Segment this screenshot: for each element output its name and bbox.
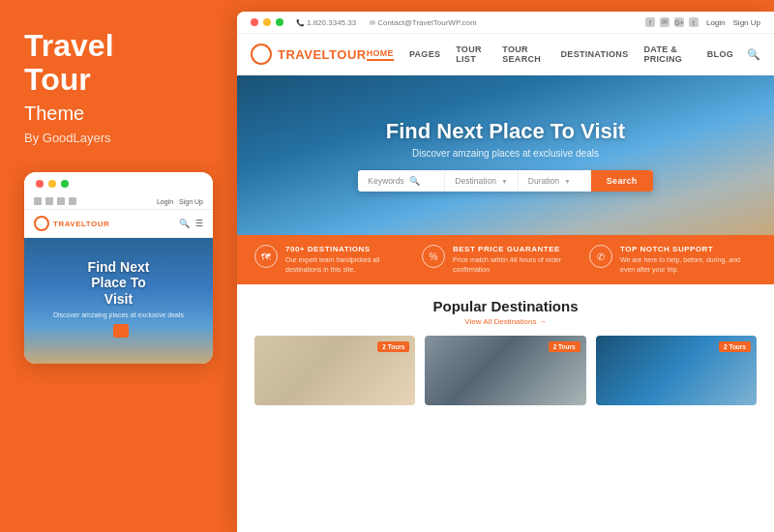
feature-price: % BEST PRICE GUARANTEE Price match withi… bbox=[422, 245, 589, 275]
mobile-search-button[interactable] bbox=[113, 324, 129, 338]
nav-date-pricing[interactable]: DATE & PRICING bbox=[643, 44, 691, 64]
mobile-hero-subtitle: Discover amzaing places at exclusive dea… bbox=[53, 311, 184, 318]
mail-desktop-icon[interactable]: ✉ bbox=[660, 17, 670, 27]
tw-desktop-icon[interactable]: t bbox=[689, 17, 699, 27]
mobile-nav: TRAVELTOUR 🔍 ☰ bbox=[24, 210, 213, 238]
dest-card-1[interactable]: 2 Tours bbox=[254, 336, 415, 405]
feature-destinations-title: 700+ DESTINATIONS bbox=[285, 245, 412, 253]
mobile-hero: Find Next Place To Visit Discover amzain… bbox=[24, 238, 213, 364]
popular-cards: 2 Tours 2 Tours 2 Tours bbox=[254, 336, 757, 405]
search-button[interactable]: Search bbox=[591, 170, 653, 192]
nav-home[interactable]: HOME bbox=[367, 48, 394, 61]
desktop-nav-links: HOME PAGES TOUR LIST TOUR SEARCH DESTINA… bbox=[367, 44, 733, 64]
mail-icon bbox=[45, 197, 53, 205]
browser-dot-yellow bbox=[263, 18, 271, 26]
mobile-signup-link[interactable]: Sign Up bbox=[179, 198, 203, 205]
app-subtitle: Theme bbox=[24, 103, 213, 125]
destination-placeholder: Destination bbox=[455, 176, 496, 186]
mobile-hero-title: Find Next Place To Visit bbox=[88, 259, 150, 308]
features-bar: 🗺 700+ DESTINATIONS Our expert team hand… bbox=[237, 235, 774, 284]
feature-price-title: BEST PRICE GUARANTEE bbox=[453, 245, 580, 253]
keywords-search-icon: 🔍 bbox=[409, 176, 420, 186]
left-panel: Travel Tour Theme By GoodLayers Login Si… bbox=[0, 0, 237, 532]
dest-card-2[interactable]: 2 Tours bbox=[425, 336, 585, 405]
destination-arrow-icon: ▼ bbox=[501, 178, 508, 185]
mobile-search-icon[interactable]: 🔍 bbox=[179, 219, 190, 228]
search-destination-dropdown[interactable]: Destination ▼ bbox=[445, 170, 518, 192]
search-duration-dropdown[interactable]: Duration ▼ bbox=[519, 170, 591, 192]
desktop-nav: TRAVELTOUR HOME PAGES TOUR LIST TOUR SEA… bbox=[237, 34, 774, 75]
feature-destinations-desc: Our expert team handpicked all destinati… bbox=[285, 255, 412, 275]
mobile-topbar-links: Login Sign Up bbox=[24, 193, 213, 210]
fb-desktop-icon[interactable]: f bbox=[645, 17, 655, 27]
twitter-icon bbox=[69, 197, 76, 205]
price-icon: % bbox=[422, 245, 445, 268]
feature-destinations: 🗺 700+ DESTINATIONS Our expert team hand… bbox=[254, 245, 422, 275]
popular-section: Popular Destinations View All Destinatio… bbox=[237, 284, 774, 415]
dot-red bbox=[36, 180, 44, 188]
dest-card-3[interactable]: 2 Tours bbox=[596, 336, 757, 405]
mobile-logo: TRAVELTOUR bbox=[34, 216, 109, 231]
mobile-nav-icons: 🔍 ☰ bbox=[179, 219, 203, 228]
feature-destinations-text: 700+ DESTINATIONS Our expert team handpi… bbox=[285, 245, 412, 275]
nav-tour-list[interactable]: TOUR LIST bbox=[456, 44, 487, 64]
desktop-search-bar: Keywords 🔍 Destination ▼ Duration ▼ Sear… bbox=[358, 170, 652, 192]
duration-placeholder: Duration bbox=[528, 176, 559, 186]
mobile-login-signup: Login Sign Up bbox=[157, 198, 203, 205]
search-keywords-placeholder: Keywords bbox=[368, 176, 403, 186]
fb-icon bbox=[34, 197, 42, 205]
nav-blog[interactable]: BLOG bbox=[707, 49, 733, 59]
app-title: Travel Tour bbox=[24, 29, 213, 97]
desktop-top-info: 1.820.3345.33 Contact@TravelTourWP.com bbox=[296, 18, 477, 27]
dot-green bbox=[61, 180, 69, 188]
mobile-dots-bar bbox=[24, 172, 213, 193]
destinations-icon: 🗺 bbox=[254, 245, 278, 268]
feature-support-text: TOP NOTCH SUPPORT We are here to help, b… bbox=[620, 245, 747, 275]
gplus-icon bbox=[57, 197, 65, 205]
desktop-hero: Find Next Place To Visit Discover amzain… bbox=[237, 75, 774, 235]
desktop-logo-circle bbox=[251, 44, 272, 65]
popular-view-all[interactable]: View All Destinations → bbox=[254, 317, 757, 326]
email-info: Contact@TravelTourWP.com bbox=[370, 18, 476, 27]
feature-price-text: BEST PRICE GUARANTEE Price match within … bbox=[453, 245, 580, 275]
feature-price-desc: Price match within 48 hours of order con… bbox=[453, 255, 580, 275]
desktop-logo-text: TRAVELTOUR bbox=[278, 47, 367, 62]
gplus-desktop-icon[interactable]: G+ bbox=[674, 17, 684, 27]
feature-support-title: TOP NOTCH SUPPORT bbox=[620, 245, 747, 253]
right-panel: 1.820.3345.33 Contact@TravelTourWP.com f… bbox=[237, 12, 774, 532]
mobile-mockup: Login Sign Up TRAVELTOUR 🔍 ☰ Find Next P… bbox=[24, 172, 213, 364]
desktop-signup-link[interactable]: Sign Up bbox=[733, 18, 760, 27]
nav-destinations[interactable]: DESTINATIONS bbox=[561, 49, 629, 59]
app-by: By GoodLayers bbox=[24, 131, 213, 145]
search-keywords-field[interactable]: Keywords 🔍 bbox=[358, 170, 445, 192]
browser-dot-red bbox=[251, 18, 258, 26]
desktop-hero-title: Find Next Place To Visit bbox=[386, 119, 625, 144]
feature-support: ✆ TOP NOTCH SUPPORT We are here to help,… bbox=[589, 245, 757, 275]
dot-yellow bbox=[48, 180, 56, 188]
dest-card-2-badge: 2 Tours bbox=[549, 341, 580, 352]
nav-tour-search[interactable]: TOUR SEARCH bbox=[502, 44, 545, 64]
browser-dot-green bbox=[276, 18, 283, 26]
nav-pages[interactable]: PAGES bbox=[409, 49, 440, 59]
desktop-logo: TRAVELTOUR bbox=[251, 44, 367, 65]
desktop-social-icons: f ✉ G+ t bbox=[645, 17, 699, 27]
browser-top-bar: 1.820.3345.33 Contact@TravelTourWP.com f… bbox=[237, 12, 774, 34]
desktop-hero-subtitle: Discover amzaing places at exclusive dea… bbox=[412, 148, 599, 159]
mobile-login-link[interactable]: Login bbox=[157, 198, 173, 205]
popular-title: Popular Destinations bbox=[254, 298, 757, 314]
mobile-menu-icon[interactable]: ☰ bbox=[195, 219, 203, 228]
mobile-search-row bbox=[104, 318, 134, 343]
desktop-nav-search-icon[interactable]: 🔍 bbox=[747, 48, 760, 61]
dest-card-1-badge: 2 Tours bbox=[377, 341, 409, 352]
mobile-social-icons bbox=[34, 197, 76, 205]
mobile-logo-circle bbox=[34, 216, 49, 231]
desktop-top-right: f ✉ G+ t Login Sign Up bbox=[645, 17, 760, 27]
support-icon: ✆ bbox=[589, 245, 612, 268]
duration-arrow-icon: ▼ bbox=[564, 178, 571, 185]
desktop-login-link[interactable]: Login bbox=[706, 18, 726, 27]
feature-support-desc: We are here to help, before, during, and… bbox=[620, 255, 747, 275]
dest-card-3-badge: 2 Tours bbox=[719, 341, 751, 352]
phone-info: 1.820.3345.33 bbox=[296, 18, 356, 27]
mobile-logo-text: TRAVELTOUR bbox=[53, 220, 109, 228]
